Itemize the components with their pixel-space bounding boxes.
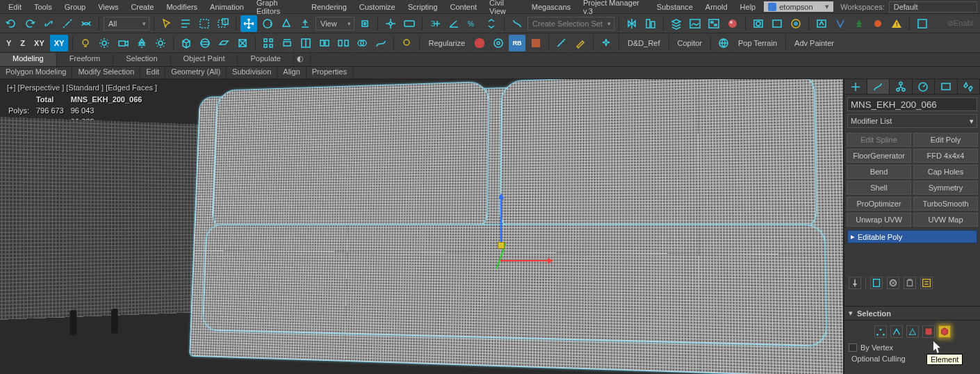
- mod-cap-holes[interactable]: Cap Holes: [913, 165, 978, 179]
- light-bulb-icon[interactable]: [77, 35, 94, 51]
- schematic-view-button[interactable]: [705, 15, 722, 32]
- viewport[interactable]: [+] [Perspective ] [Standard ] [Edged Fa…: [0, 79, 844, 374]
- array-icon[interactable]: [260, 35, 277, 51]
- motion-tab[interactable]: [913, 79, 936, 94]
- curve-editor-button[interactable]: [687, 15, 703, 32]
- axis-y-button[interactable]: Y: [3, 35, 15, 51]
- create-tab[interactable]: [844, 79, 867, 94]
- mod-edit-poly[interactable]: Edit Poly: [913, 133, 978, 147]
- make-unique-icon[interactable]: [887, 277, 899, 289]
- render-frame-button[interactable]: [769, 15, 785, 32]
- tab-freeform[interactable]: Freeform: [57, 53, 114, 66]
- menu-animation[interactable]: Animation: [204, 1, 250, 13]
- angle-snap-button[interactable]: [446, 15, 462, 32]
- mod-uvw-map[interactable]: UVW Map: [913, 213, 978, 227]
- menu-megascans[interactable]: Megascans: [526, 1, 576, 13]
- undo-button[interactable]: [3, 15, 19, 32]
- sub-modify-selection[interactable]: Modify Selection: [72, 67, 140, 79]
- tab-modeling[interactable]: Modeling: [0, 53, 57, 66]
- select-rotate-button[interactable]: [259, 15, 276, 32]
- tab-populate[interactable]: Populate: [238, 53, 293, 66]
- menu-views[interactable]: Views: [92, 1, 124, 13]
- menu-rendering[interactable]: Rendering: [306, 1, 352, 13]
- material-editor-button[interactable]: [724, 15, 741, 32]
- mod-symmetry[interactable]: Symmetry: [913, 181, 978, 195]
- edit-named-sel-button[interactable]: [509, 15, 525, 32]
- menu-content[interactable]: Content: [445, 1, 483, 13]
- tab-object-paint[interactable]: Object Paint: [171, 53, 238, 66]
- user-account[interactable]: etompson ▾: [764, 1, 833, 12]
- show-end-result-icon[interactable]: [870, 277, 883, 289]
- sub-geometry-all[interactable]: Geometry (All): [165, 67, 227, 79]
- attach-icon[interactable]: [316, 35, 333, 51]
- mod-unwrap-uvw[interactable]: Unwrap UVW: [847, 213, 911, 227]
- menu-create[interactable]: Create: [125, 1, 159, 13]
- copitor-button[interactable]: Copitor: [673, 39, 706, 47]
- plane-icon[interactable]: [215, 35, 232, 51]
- menu-project-manager[interactable]: Project Manager v.3: [578, 0, 650, 17]
- paint-icon[interactable]: [572, 35, 589, 51]
- measure-icon[interactable]: [553, 35, 570, 51]
- adv-painter-button[interactable]: Adv Painter: [790, 39, 838, 47]
- object-name-input[interactable]: [847, 97, 977, 111]
- modifier-list-dropdown[interactable]: Modifier List▾: [847, 114, 977, 128]
- unlink-button[interactable]: [59, 15, 76, 32]
- sub-edit[interactable]: Edit: [140, 67, 165, 79]
- border-level[interactable]: [906, 325, 919, 338]
- select-scale-button[interactable]: [278, 15, 295, 32]
- display-tab[interactable]: [935, 79, 958, 94]
- detach-icon[interactable]: [335, 35, 352, 51]
- select-object-button[interactable]: [158, 15, 175, 32]
- warning-icon[interactable]: !: [888, 15, 905, 32]
- globe-icon[interactable]: [715, 35, 732, 51]
- mod-prooptimizer[interactable]: ProOptimizer: [847, 197, 911, 211]
- expand-icon[interactable]: ▸: [851, 232, 855, 241]
- selection-rollout-header[interactable]: ▾ Selection: [844, 306, 980, 320]
- select-place-button[interactable]: [297, 15, 313, 32]
- box-icon[interactable]: [178, 35, 195, 51]
- by-vertex-checkbox[interactable]: By Vertex: [849, 342, 976, 353]
- select-by-name-button[interactable]: [177, 15, 194, 32]
- align2-icon[interactable]: [279, 35, 295, 51]
- named-selection-set[interactable]: Create Selection Set: [528, 17, 614, 31]
- menu-modifiers[interactable]: Modifiers: [161, 1, 203, 13]
- polygon-level[interactable]: [922, 325, 935, 338]
- boolean-icon[interactable]: [354, 35, 370, 51]
- bind-button[interactable]: [78, 15, 95, 32]
- keyboard-shortcut-button[interactable]: [401, 15, 418, 32]
- forest-button[interactable]: [851, 15, 867, 32]
- axis-z-button[interactable]: Z: [17, 35, 28, 51]
- menu-help[interactable]: Help: [735, 1, 762, 13]
- element-level[interactable]: [938, 325, 951, 338]
- sun-icon[interactable]: [96, 35, 113, 51]
- modify-tab[interactable]: [867, 79, 890, 94]
- axis-xy-button[interactable]: XY: [31, 35, 48, 51]
- hierarchy-tab[interactable]: [890, 79, 913, 94]
- menu-graph-editors[interactable]: Graph Editors: [251, 0, 304, 17]
- tree-icon[interactable]: [133, 35, 150, 51]
- snap-toggle-button[interactable]: 3: [427, 15, 443, 32]
- menu-substance[interactable]: Substance: [651, 1, 699, 13]
- menu-tools[interactable]: Tools: [28, 1, 58, 13]
- menu-customize[interactable]: Customize: [354, 1, 401, 13]
- target-icon[interactable]: [490, 35, 507, 51]
- ref-coord-system[interactable]: View: [316, 17, 354, 31]
- selection-filter[interactable]: All: [104, 17, 149, 31]
- menu-civil-view[interactable]: Civil View: [484, 0, 525, 17]
- link-button[interactable]: [40, 15, 57, 32]
- vertex-level[interactable]: [874, 325, 887, 338]
- configure-sets-icon[interactable]: [920, 277, 933, 289]
- mod-edit-spline[interactable]: Edit Spline: [847, 133, 911, 147]
- axis-xy2-button[interactable]: XY: [50, 35, 69, 51]
- align-button[interactable]: [642, 15, 659, 32]
- red-orb-icon[interactable]: [471, 35, 488, 51]
- gear-icon[interactable]: [152, 35, 169, 51]
- corona-button[interactable]: [869, 15, 886, 32]
- rb-icon[interactable]: RB: [509, 35, 525, 51]
- sub-align[interactable]: Align: [277, 67, 306, 79]
- mod-shell[interactable]: Shell: [847, 181, 911, 195]
- modifier-stack[interactable]: ▸ Editable Poly: [844, 229, 980, 273]
- regularize-button[interactable]: Regularize: [424, 39, 469, 47]
- mirror-button[interactable]: [623, 15, 640, 32]
- open-autodesk-button[interactable]: [813, 15, 830, 32]
